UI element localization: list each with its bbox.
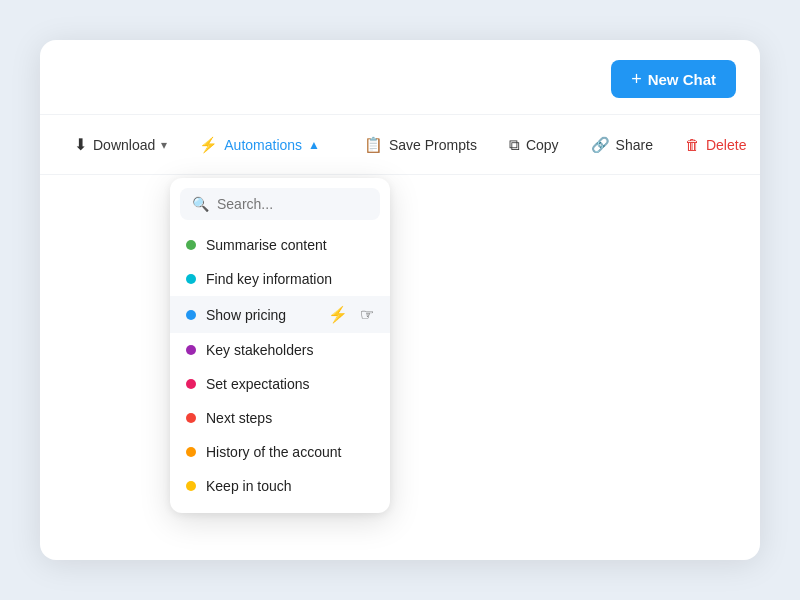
- copy-label: Copy: [526, 137, 559, 153]
- delete-icon: 🗑: [685, 136, 700, 153]
- new-chat-label: New Chat: [648, 71, 716, 88]
- item-color-dot: [186, 274, 196, 284]
- item-color-dot: [186, 345, 196, 355]
- share-label: Share: [616, 137, 653, 153]
- share-icon: 🔗: [591, 136, 610, 154]
- item-label: Key stakeholders: [206, 342, 374, 358]
- toolbar: ⬇ Download ▾ ⚡ Automations ▲ 📋 Save Prom…: [40, 115, 760, 175]
- automations-chevron-icon: ▲: [308, 138, 320, 152]
- dropdown-item[interactable]: Next steps: [170, 401, 390, 435]
- save-prompts-label: Save Prompts: [389, 137, 477, 153]
- dropdown-search-container: 🔍: [180, 188, 380, 220]
- item-label: History of the account: [206, 444, 374, 460]
- item-color-dot: [186, 413, 196, 423]
- item-label: Keep in touch: [206, 478, 374, 494]
- automations-label: Automations: [224, 137, 302, 153]
- dropdown-item[interactable]: Find key information: [170, 262, 390, 296]
- item-color-dot: [186, 379, 196, 389]
- item-color-dot: [186, 447, 196, 457]
- item-label: Set expectations: [206, 376, 374, 392]
- dropdown-item[interactable]: Show pricing⚡☞: [170, 296, 390, 333]
- item-color-dot: [186, 481, 196, 491]
- dropdown-item[interactable]: Summarise content: [170, 228, 390, 262]
- download-chevron-icon: ▾: [161, 138, 167, 152]
- save-prompts-icon: 📋: [364, 136, 383, 154]
- delete-button[interactable]: 🗑 Delete: [671, 128, 760, 161]
- item-label: Show pricing: [206, 307, 318, 323]
- copy-icon: ⧉: [509, 136, 520, 154]
- share-button[interactable]: 🔗 Share: [577, 128, 667, 162]
- dropdown-items-list: Summarise contentFind key informationSho…: [170, 228, 390, 503]
- automations-button[interactable]: ⚡ Automations ▲: [185, 128, 334, 162]
- copy-button[interactable]: ⧉ Copy: [495, 128, 573, 162]
- item-color-dot: [186, 310, 196, 320]
- new-chat-button[interactable]: + New Chat: [611, 60, 736, 98]
- delete-label: Delete: [706, 137, 746, 153]
- automations-icon: ⚡: [199, 136, 218, 154]
- item-label: Next steps: [206, 410, 374, 426]
- search-icon: 🔍: [192, 196, 209, 212]
- item-label: Find key information: [206, 271, 374, 287]
- top-bar: + New Chat: [40, 40, 760, 115]
- search-input[interactable]: [217, 196, 368, 212]
- dropdown-item[interactable]: Set expectations: [170, 367, 390, 401]
- download-button[interactable]: ⬇ Download ▾: [60, 127, 181, 162]
- save-prompts-button[interactable]: 📋 Save Prompts: [350, 128, 491, 162]
- item-label: Summarise content: [206, 237, 374, 253]
- dropdown-item[interactable]: History of the account: [170, 435, 390, 469]
- dropdown-item[interactable]: Keep in touch: [170, 469, 390, 503]
- cursor-hand-icon: ☞: [360, 305, 374, 324]
- run-automation-icon: ⚡: [328, 305, 348, 324]
- download-icon: ⬇: [74, 135, 87, 154]
- automations-dropdown: 🔍 Summarise contentFind key informationS…: [170, 178, 390, 513]
- plus-icon: +: [631, 70, 642, 88]
- item-color-dot: [186, 240, 196, 250]
- dropdown-item[interactable]: Key stakeholders: [170, 333, 390, 367]
- main-card: + New Chat ⬇ Download ▾ ⚡ Automations ▲ …: [40, 40, 760, 560]
- download-label: Download: [93, 137, 155, 153]
